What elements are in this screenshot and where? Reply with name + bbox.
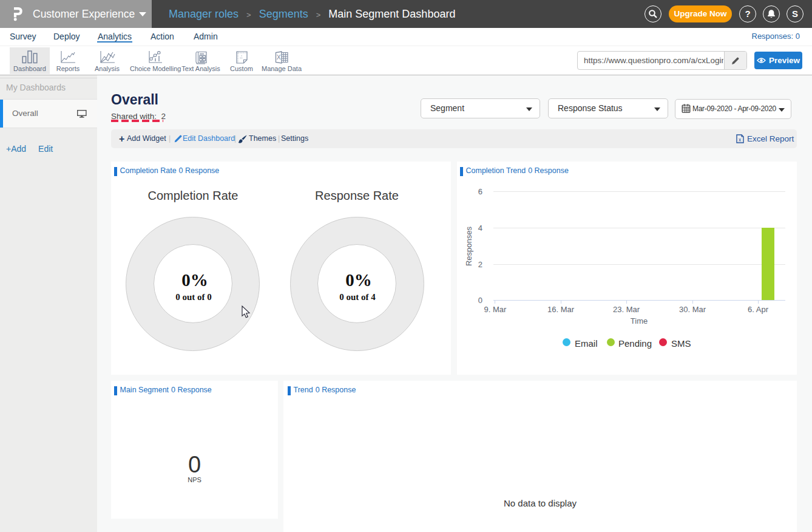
svg-text:x: x xyxy=(739,137,742,143)
svg-text:X: X xyxy=(277,53,281,61)
